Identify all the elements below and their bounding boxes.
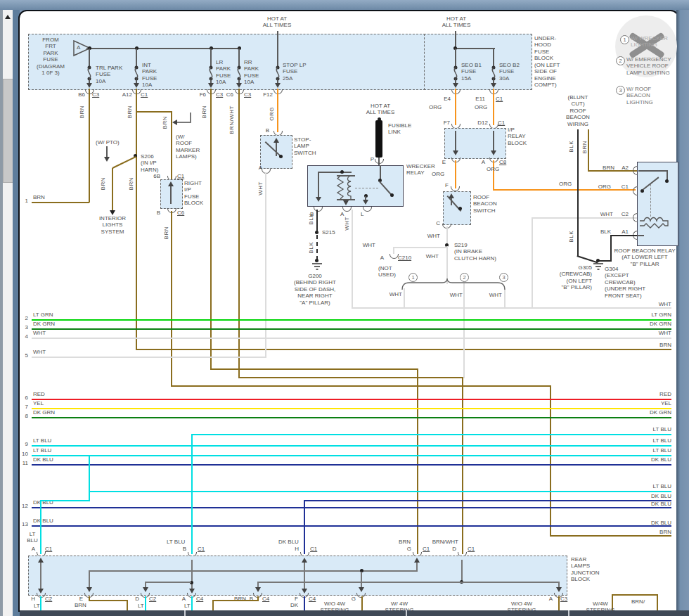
legend-3-number: 3 [616,86,625,95]
wire-segment [212,600,214,610]
terminal-6b: 6B [149,173,160,179]
arrow-icon [275,83,281,88]
note-1-ref: 1 [408,273,418,282]
row-color: DK BLU [33,456,53,463]
arrow-icon [363,200,368,205]
arrow-icon [453,150,458,155]
wire-segment [461,560,463,582]
row-number: 12 [15,503,28,509]
wire-segment [89,600,128,601]
window-top-frame [0,0,689,10]
wire-segment [361,596,363,610]
wire-label-brn: BRN [100,177,106,190]
g200-ground-icon [311,263,323,271]
junction-dot [665,179,669,183]
wire-segment [638,170,668,172]
wire-label-blk: BLK [308,213,314,225]
wire-segment [192,434,671,435]
wire-segment [257,582,560,583]
terminal-a-c8: C8 [499,159,506,165]
scrollbar-up-button[interactable] [3,11,13,23]
wire-segment [316,235,318,260]
from-frt-park-fuse-label: FROM FRT PARK FUSE (DIAGRAM 1 0F 3) [30,37,72,77]
wire-segment [361,572,362,589]
wire-segment [127,600,128,610]
jb-term-d: D [449,546,456,552]
note-2-ref: 2 [460,273,469,282]
wire-segment [136,111,172,113]
arrow-icon [302,558,307,563]
fusible-link-label: FUSIBLE LINK [388,122,411,136]
ip-relay-block-label: I/P RELAY BLOCK [508,127,527,146]
jb-bterm-b: B [246,596,253,602]
wire-segment [171,211,172,387]
arrow-icon [110,210,115,215]
arrow-icon [104,157,110,162]
wire-segment [145,596,146,610]
wire-segment [190,113,191,123]
wire-segment [32,399,671,400]
wire-segment [355,188,378,188]
row-color-right: WHT [636,301,671,307]
row-color: DK BLU [33,518,53,524]
ground-icon [593,263,604,271]
jb-term-b-c1: C1 [198,546,205,552]
fuse-stop-lp [273,65,283,81]
jb-wire-brnwht: BRN/WHT [419,539,458,545]
wire-segment [558,596,560,610]
rear-lamps-junction-block-label: REAR LAMPS JUNCTION BLOCK [571,556,599,583]
wire-segment [32,408,671,409]
wire-label-brn: BRN [79,105,85,118]
wire-label-brn: BRN [201,105,207,118]
jb-bwire-brn: BRN [226,596,246,602]
wire-segment [352,210,353,309]
terminal-a: A [477,159,485,165]
taskbar[interactable] [20,610,689,616]
underhood-label: UNDER- HOOD FUSE BLOCK (ON LEFT SIDE OF … [534,35,560,89]
row-number: 5 [18,352,28,359]
wire-segment [112,168,113,212]
arrow-icon [86,83,92,88]
jb-term-h-c1: C1 [310,546,317,552]
arrow-icon [208,83,214,88]
wire-segment [404,288,405,308]
jb-wire-brn: BRN [391,539,411,545]
wire-label-brn: BRN [127,105,133,118]
row-number: 1 [18,198,28,204]
wire-segment [577,129,579,256]
terminal-b: B [261,127,269,134]
relay-resistor [336,176,344,200]
terminal-f6: F6 [195,91,206,98]
fuse-seob1-label: SEO B1 FUSE 15A [461,62,482,82]
split-brace [401,278,508,290]
wire-segment [40,500,41,554]
rear-lamps-junction-block [28,556,567,596]
roof-beacon-relay [637,162,678,246]
terminal-a: A [375,255,384,261]
wire-segment [40,500,90,501]
connector-a-label: A [77,44,80,51]
row-color-right: LT GRN [636,312,671,318]
terminal-c2: C2 [617,211,629,217]
arrow-icon [453,83,458,88]
wire-segment [32,507,671,508]
taskbar-separator [568,610,569,616]
fuse-trl-label: TRL PARK FUSE 10A [96,65,122,84]
row-color-right: LT BLU [636,447,671,454]
wire-segment [446,226,448,245]
jb-wire-dkblu: DK BLU [278,539,299,545]
wire-label-wht: WHT [384,291,402,297]
jb-bterm-h-c2: C2 [45,596,52,602]
jb-bterm-a: A [179,596,186,602]
row-number: 3 [18,324,28,331]
scrollbar-thumb[interactable] [3,79,13,183]
wire-segment [455,89,456,125]
terminal-p: P [367,156,374,162]
terminal-a2: A2 [617,165,629,171]
jb-term-d-c1: C1 [468,546,475,552]
scroll-up-icon [5,15,11,19]
wire-segment [304,500,671,501]
wire-segment [89,455,90,501]
wire-label-org: ORG [429,104,442,110]
row-color: DK GRN [33,409,55,416]
